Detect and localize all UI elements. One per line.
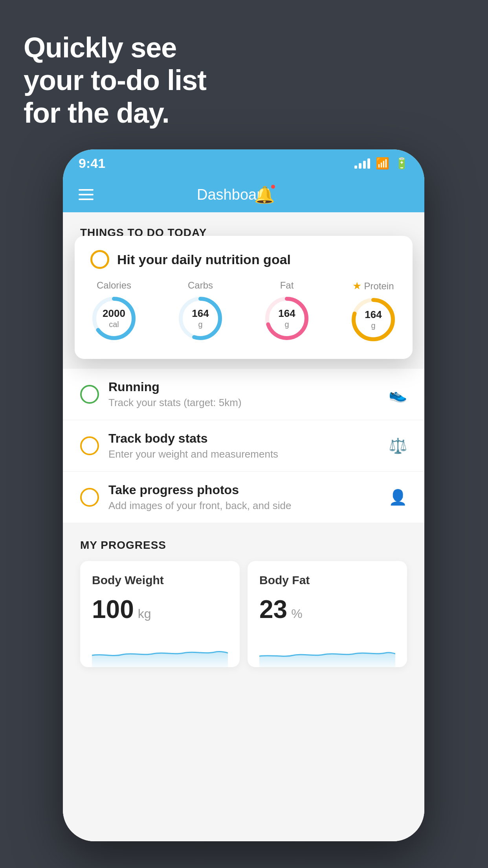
hamburger-button[interactable] [79, 189, 94, 200]
todo-item-running[interactable]: Running Track your stats (target: 5km) 👟 [63, 369, 424, 420]
progress-cards: Body Weight 100 kg [80, 561, 407, 667]
carbs-unit: g [192, 320, 209, 329]
star-icon: ★ [352, 280, 361, 292]
todo-item-photos[interactable]: Take progress photos Add images of your … [63, 472, 424, 523]
photos-text: Take progress photos Add images of your … [108, 483, 389, 512]
running-icon: 👟 [389, 386, 407, 403]
hero-text: Quickly see your to-do list for the day. [24, 31, 206, 129]
body-fat-title: Body Fat [259, 574, 395, 587]
nutrition-circle-check [90, 250, 109, 269]
body-stats-check-circle [80, 436, 99, 455]
nutrition-calories: Calories 2000 cal [90, 280, 138, 342]
protein-unit: g [365, 321, 382, 331]
fat-value: 164 [278, 307, 295, 320]
running-name: Running [108, 380, 389, 394]
progress-section: MY PROGRESS Body Weight 100 kg [63, 523, 424, 667]
status-icons: 📶 🔋 [354, 157, 409, 170]
fat-ring: 164 g [263, 295, 310, 342]
photos-check-circle [80, 488, 99, 507]
notification-dot [270, 184, 276, 190]
signal-icon [354, 158, 370, 169]
body-weight-chart [92, 636, 228, 667]
body-fat-card: Body Fat 23 % [248, 561, 407, 667]
card-header-row: Hit your daily nutrition goal [90, 250, 397, 269]
fat-unit: g [278, 320, 295, 329]
battery-icon: 🔋 [395, 157, 409, 170]
body-stats-text: Track body stats Enter your weight and m… [108, 431, 389, 460]
running-desc: Track your stats (target: 5km) [108, 397, 389, 409]
photos-icon: 👤 [389, 489, 407, 506]
wifi-icon: 📶 [376, 157, 389, 170]
protein-ring: 164 g [350, 296, 397, 343]
body-fat-unit: % [291, 607, 302, 621]
hero-line1: Quickly see [24, 31, 206, 64]
status-bar: 9:41 📶 🔋 [63, 149, 424, 177]
calories-value: 2000 [103, 307, 125, 320]
protein-value: 164 [365, 309, 382, 321]
protein-label: Protein [364, 281, 394, 292]
calories-ring: 2000 cal [90, 295, 138, 342]
nutrition-carbs: Carbs 164 g [177, 280, 224, 342]
body-stats-desc: Enter your weight and measurements [108, 448, 389, 460]
nav-bar: Dashboard 🔔 [63, 177, 424, 212]
body-fat-value: 23 % [259, 595, 395, 624]
bell-button[interactable]: 🔔 [254, 185, 275, 204]
todo-item-body-stats[interactable]: Track body stats Enter your weight and m… [63, 420, 424, 472]
hero-line2: your to-do list [24, 64, 206, 97]
carbs-value: 164 [192, 307, 209, 320]
body-stats-icon: ⚖️ [389, 437, 407, 454]
todo-list: Running Track your stats (target: 5km) 👟… [63, 369, 424, 523]
body-weight-title: Body Weight [92, 574, 228, 587]
main-content: THINGS TO DO TODAY Hit your daily nutrit… [63, 212, 424, 841]
body-stats-name: Track body stats [108, 431, 389, 446]
photos-name: Take progress photos [108, 483, 389, 497]
nutrition-row: Calories 2000 cal Carbs [90, 280, 397, 343]
hero-line3: for the day. [24, 97, 206, 129]
running-check-circle [80, 385, 99, 404]
calories-label: Calories [97, 280, 131, 291]
body-weight-card: Body Weight 100 kg [80, 561, 240, 667]
status-time: 9:41 [79, 156, 105, 171]
nutrition-card: Hit your daily nutrition goal Calories 2… [75, 236, 413, 359]
body-weight-number: 100 [92, 595, 134, 624]
nutrition-title: Hit your daily nutrition goal [117, 252, 291, 267]
photos-desc: Add images of your front, back, and side [108, 500, 389, 512]
nutrition-fat: Fat 164 g [263, 280, 310, 342]
body-fat-chart [259, 636, 395, 667]
nutrition-protein: ★ Protein 164 g [350, 280, 397, 343]
carbs-ring: 164 g [177, 295, 224, 342]
protein-label-row: ★ Protein [352, 280, 394, 292]
fat-label: Fat [280, 280, 294, 291]
progress-title: MY PROGRESS [80, 539, 407, 552]
body-weight-unit: kg [138, 607, 151, 621]
body-weight-value: 100 kg [92, 595, 228, 624]
running-text: Running Track your stats (target: 5km) [108, 380, 389, 409]
body-fat-number: 23 [259, 595, 287, 624]
carbs-label: Carbs [188, 280, 213, 291]
calories-unit: cal [103, 320, 125, 329]
phone-mockup: 9:41 📶 🔋 Dashboard 🔔 THINGS TO DO TODAY [63, 149, 424, 841]
